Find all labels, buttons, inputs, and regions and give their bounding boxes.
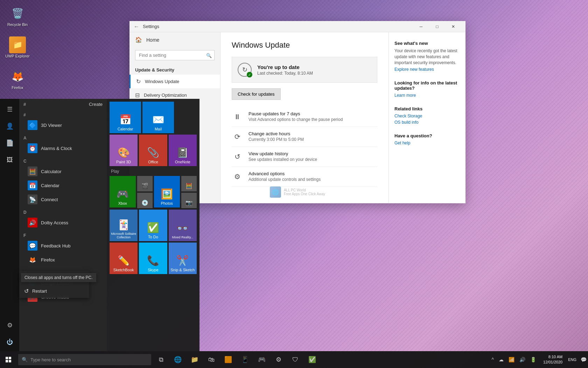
office-tile[interactable]: 📎 Office xyxy=(139,135,167,166)
settings-search-container: 🔍 xyxy=(135,50,215,60)
app-item-calendar[interactable]: 📅 Calendar xyxy=(23,178,103,192)
learn-more-link[interactable]: Learn more xyxy=(394,93,460,98)
todo-tile[interactable]: ✅ To Do xyxy=(139,210,167,241)
app-item-alarms[interactable]: ⏰ Alarms & Clock xyxy=(23,141,103,155)
view-history-option[interactable]: ↺ View update history See updates instal… xyxy=(232,147,377,167)
app-item-3d-viewer[interactable]: 🔷 3D Viewer xyxy=(23,118,103,132)
power-button[interactable]: ⏻ xyxy=(2,334,18,350)
pause-updates-option[interactable]: ⏸ Pause updates for 7 days Visit Advance… xyxy=(232,107,377,127)
solitaire-tile-icon: 🃏 xyxy=(118,219,130,231)
tiles-row-1: 📅 Calendar ✉️ Mail xyxy=(110,102,197,133)
update-check-badge: ✓ xyxy=(247,72,252,77)
snipsketch-tile[interactable]: ✂️ Snip & Sketch xyxy=(169,243,197,274)
alpha-letter-d: D xyxy=(23,209,103,216)
start-settings-button[interactable]: ⚙ xyxy=(2,318,18,333)
window-back-button[interactable]: ← xyxy=(134,23,139,30)
sketchbook-tile-icon: ✏️ xyxy=(118,255,130,266)
mail-tile[interactable]: ✉️ Mail xyxy=(142,102,174,133)
watermark-text: ALL PC World Free Apps One Click Away xyxy=(284,188,325,196)
tray-network[interactable]: 📶 xyxy=(507,355,516,364)
tiles-row-4: 🃏 Microsoft Solitaire Collection ✅ To Do… xyxy=(110,210,197,241)
hamburger-button[interactable]: ☰ xyxy=(2,102,18,117)
explore-features-link[interactable]: Explore new features xyxy=(394,67,460,72)
solitaire-tile[interactable]: 🃏 Microsoft Solitaire Collection xyxy=(110,210,138,241)
restart-label: Restart xyxy=(32,288,47,294)
pause-updates-title: Pause updates for 7 days xyxy=(248,111,343,116)
advanced-options-desc: Additional update controls and settings xyxy=(248,177,321,182)
firefox-app-name: Firefox xyxy=(41,257,55,263)
pause-icon: ⏸ xyxy=(232,111,243,122)
xbox-tile[interactable]: 🎮 Xbox xyxy=(110,176,136,207)
desktop-icon-firefox[interactable]: 🦊 Firefox xyxy=(4,67,31,91)
app-item-calculator[interactable]: 🧮 Calculator xyxy=(23,164,103,178)
app-item-firefox[interactable]: 🦊 Firefox xyxy=(23,253,103,267)
snipsketch-tile-icon: ✂️ xyxy=(176,255,189,266)
taskbar-explorer-icon[interactable]: 📁 xyxy=(186,351,203,368)
get-help-link[interactable]: Get help xyxy=(394,141,460,145)
tray-volume[interactable]: 🔊 xyxy=(518,355,527,364)
nav-item-windows-update[interactable]: ↻ Windows Update xyxy=(130,75,220,88)
sketchbook-tile[interactable]: ✏️ SketchBook xyxy=(110,243,138,274)
taskbar-search-box[interactable]: 🔍 Type here to search xyxy=(18,354,151,365)
check-for-updates-button[interactable]: Check for updates xyxy=(232,88,281,100)
update-icon-wrap: ↻ ✓ xyxy=(238,63,252,77)
app-item-feedback-hub[interactable]: 💬 Feedback Hub xyxy=(23,239,103,253)
taskbar-store-icon[interactable]: 🛍 xyxy=(203,351,220,368)
calculator-name: Calculator xyxy=(41,169,62,174)
app-item-dolby[interactable]: 🔊 Dolby Access xyxy=(23,216,103,230)
calendar-tile[interactable]: 📅 Calendar xyxy=(110,102,141,133)
tray-chevron[interactable]: ^ xyxy=(490,355,496,364)
snipsketch-tile-label: Snip & Sketch xyxy=(170,268,195,272)
taskbar-shield-icon[interactable]: 🛡 xyxy=(287,351,304,368)
user-profile-button[interactable]: 👤 xyxy=(2,118,18,134)
settings-home-link[interactable]: 🏠 Home xyxy=(130,32,220,47)
tray-onedrive[interactable]: ☁ xyxy=(497,355,505,364)
todo-tile-label: To Do xyxy=(148,235,158,239)
watermark: 🌐 ALL PC World Free Apps One Click Away xyxy=(270,186,325,198)
taskbar-clock[interactable]: 8:10 AM 12/01/2020 xyxy=(540,354,565,365)
desktop-icon-uwp[interactable]: 📁 UWP Explorer xyxy=(4,35,31,60)
pictures-button[interactable]: 🖼 xyxy=(2,152,18,168)
onenote-tile[interactable]: 📓 OneNote xyxy=(169,135,197,166)
taskbar-phone-icon[interactable]: 📱 xyxy=(237,351,253,368)
paint3d-tile[interactable]: 🎨 Paint 3D xyxy=(110,135,138,166)
window-close-button[interactable]: ✕ xyxy=(445,21,461,32)
active-hours-option[interactable]: ⟳ Change active hours Currently 3:00 PM … xyxy=(232,127,377,147)
window-minimize-button[interactable]: ─ xyxy=(413,21,429,32)
tray-battery[interactable]: 🔋 xyxy=(529,355,538,364)
connect-icon: 📡 xyxy=(28,195,37,204)
taskbar-edge-icon[interactable]: 🌐 xyxy=(169,351,186,368)
desktop-icon-recycle-bin[interactable]: 🗑️ Recycle Bin xyxy=(4,4,31,28)
app-item-connect[interactable]: 📡 Connect xyxy=(23,192,103,206)
start-button[interactable] xyxy=(0,351,17,368)
taskbar-settings-icon[interactable]: ⚙ xyxy=(270,351,287,368)
photos-tile[interactable]: 🖼️ Photos xyxy=(154,176,180,207)
windows-logo-icon xyxy=(6,357,11,362)
shutdown-tooltip: Closes all apps and turns off the PC. xyxy=(21,273,96,282)
films-tile[interactable]: 🎬 xyxy=(137,176,153,191)
taskbar-todo-icon[interactable]: ✅ xyxy=(304,351,321,368)
os-build-info-link[interactable]: OS build info xyxy=(394,120,460,125)
check-storage-link[interactable]: Check Storage xyxy=(394,114,460,118)
calc-small-icon: 🧮 xyxy=(186,183,192,189)
groove-small-tile[interactable]: 💿 xyxy=(137,193,153,208)
camera-tile[interactable]: 📷 xyxy=(181,193,197,208)
language-indicator[interactable]: ENG xyxy=(565,357,579,362)
tiles-row-2: 🎨 Paint 3D 📎 Office 📓 OneNote xyxy=(110,135,197,166)
advanced-options-option[interactable]: ⚙ Advanced options Additional update con… xyxy=(232,167,377,187)
calc-small-tile[interactable]: 🧮 xyxy=(181,176,197,191)
taskbar-xbox-icon[interactable]: 🎮 xyxy=(253,351,270,368)
taskbar-extra-1[interactable]: 🟧 xyxy=(220,351,237,368)
notification-button[interactable]: 💬 xyxy=(579,355,588,364)
restart-menu-item[interactable]: ↺ Restart xyxy=(19,284,89,298)
pause-updates-desc: Visit Advanced options to change the pau… xyxy=(248,117,343,122)
window-maximize-button[interactable]: □ xyxy=(429,21,445,32)
documents-button[interactable]: 📄 xyxy=(2,135,18,151)
mixedreality-tile[interactable]: 👓 Mixed Reality... xyxy=(169,210,197,241)
taskbar-search-placeholder: Type here to search xyxy=(30,357,71,362)
settings-search-input[interactable] xyxy=(135,50,215,60)
skype-tile[interactable]: 📞 Skype xyxy=(139,243,167,274)
feedback-hub-icon: 💬 xyxy=(28,241,37,251)
update-status-subtitle: Last checked: Today, 8:10 AM xyxy=(257,71,313,76)
taskbar-task-view[interactable]: ⧉ xyxy=(153,351,169,368)
